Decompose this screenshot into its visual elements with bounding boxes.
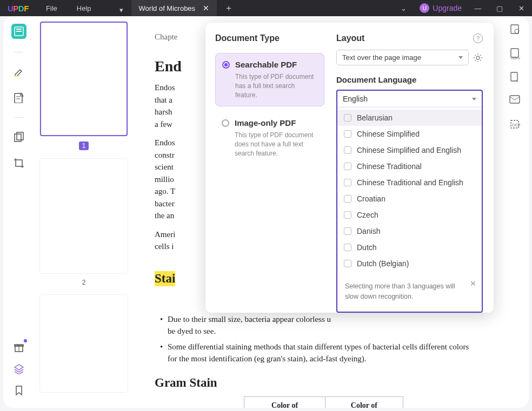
tab-add-button[interactable]: ＋: [217, 3, 241, 14]
tab-active[interactable]: World of Microbes ✕: [131, 0, 217, 16]
pages-tool-icon[interactable]: [12, 131, 25, 144]
upgrade-button[interactable]: U Upgrade: [414, 3, 467, 13]
tab-strip: ▾ World of Microbes ✕ ＋ ⌄: [112, 0, 415, 16]
svg-rect-2: [16, 31, 22, 32]
left-toolbar: [3, 16, 35, 408]
language-selected-value: English: [343, 95, 368, 103]
gear-icon[interactable]: [473, 53, 483, 63]
ocr-doc-type-section: Document Type Searchable PDF This type o…: [205, 23, 332, 313]
chevron-down-icon: [472, 98, 476, 100]
lang-chinese-traditional-english[interactable]: Chinese Traditional and English: [337, 174, 482, 191]
lang-chinese-traditional[interactable]: Chinese Traditional: [337, 158, 482, 174]
language-list[interactable]: Belarusian Chinese Simplified Chinese Si…: [337, 107, 482, 274]
help-icon[interactable]: ?: [473, 33, 483, 43]
checkbox-icon: [344, 244, 351, 251]
comment-tool-icon[interactable]: [12, 91, 25, 104]
gram-stain-table: Color ofGram + cells Color ofGram - cell…: [155, 396, 403, 408]
lang-belarusian[interactable]: Belarusian: [337, 110, 482, 126]
layout-select-value: Text over the page image: [342, 53, 421, 62]
svg-rect-1: [16, 29, 22, 30]
highlighter-icon[interactable]: [12, 65, 25, 78]
layout-select[interactable]: Text over the page image: [336, 50, 469, 65]
svg-text:OCR: OCR: [512, 123, 520, 127]
minimize-button[interactable]: ―: [467, 4, 489, 12]
heading-gram-stain: Gram Stain: [155, 376, 480, 390]
chevron-down-icon: [458, 56, 463, 59]
thumbnail-page-1-number: 1: [79, 142, 89, 150]
svg-rect-17: [510, 96, 520, 103]
language-note: ✕ Selecting more than 3 languages will s…: [337, 274, 482, 312]
close-button[interactable]: ✕: [510, 4, 532, 12]
checkbox-icon: [344, 163, 351, 170]
thumbnail-panel[interactable]: 1 2: [35, 16, 133, 408]
right-toolbar: PDF/A OCR: [502, 16, 529, 408]
checkbox-icon: [344, 146, 351, 154]
maximize-button[interactable]: ▢: [489, 4, 510, 12]
close-icon[interactable]: ✕: [470, 278, 476, 289]
window-controls: ― ▢ ✕: [467, 4, 532, 12]
lang-dutch[interactable]: Dutch: [337, 239, 482, 255]
radio-icon: [222, 119, 229, 127]
checkbox-icon: [344, 114, 351, 122]
titlebar: UPDF File Help ▾ World of Microbes ✕ ＋ ⌄…: [0, 0, 532, 16]
svg-rect-8: [17, 132, 23, 140]
bookmark-icon[interactable]: [12, 384, 25, 397]
lang-chinese-simplified-english[interactable]: Chinese Simplified and English: [337, 142, 482, 158]
tab-title: World of Microbes: [139, 4, 196, 12]
menu-file[interactable]: File: [36, 4, 67, 12]
thumbnail-page-2-number: 2: [82, 279, 86, 286]
checkbox-icon: [344, 195, 351, 203]
svg-rect-4: [15, 93, 22, 103]
checkbox-icon: [344, 130, 351, 138]
app-logo: UPDF: [0, 4, 36, 13]
lang-chinese-simplified[interactable]: Chinese Simplified: [337, 126, 482, 142]
doc-type-image-only[interactable]: Image-only PDF This type of PDF document…: [215, 112, 324, 164]
gift-icon[interactable]: [12, 341, 25, 354]
tab-dropdown-icon[interactable]: ⌄: [393, 4, 414, 12]
crop-tool-icon[interactable]: [12, 157, 25, 170]
svg-rect-14: [511, 49, 518, 57]
thumbnails-icon[interactable]: [11, 24, 26, 39]
checkbox-icon: [344, 211, 351, 219]
lang-dutch-belgian[interactable]: Dutch (Belgian): [337, 255, 482, 272]
svg-rect-7: [15, 134, 21, 142]
ocr-panel: Document Type Searchable PDF This type o…: [205, 23, 494, 313]
document-language-label: Document Language: [336, 75, 483, 84]
doc-type-image-only-title: Image-only PDF: [235, 118, 318, 127]
lang-danish[interactable]: Danish: [337, 223, 482, 239]
export-pdf-icon[interactable]: [509, 24, 521, 36]
doc-type-searchable-desc: This type of PDF document has a full tex…: [235, 72, 317, 99]
language-note-text: Selecting more than 3 languages will slo…: [345, 282, 455, 300]
checkbox-icon: [344, 179, 351, 186]
layout-label: Layout: [336, 33, 364, 43]
svg-text:PDF/A: PDF/A: [511, 57, 520, 59]
menu-bar: File Help: [36, 4, 101, 12]
thumbnail-page-3[interactable]: [40, 295, 128, 392]
layers-icon[interactable]: [12, 362, 25, 375]
mail-icon[interactable]: [509, 95, 521, 107]
bullet-1: Due to their small size, bacteria appear…: [160, 313, 480, 338]
language-dropdown: English Belarusian Chinese Simplified Ch…: [336, 90, 483, 313]
doc-type-title: Document Type: [215, 33, 324, 43]
radio-icon: [222, 61, 230, 69]
menu-help[interactable]: Help: [67, 4, 101, 12]
language-select-toggle[interactable]: English: [337, 91, 482, 107]
thumbnail-page-2[interactable]: [40, 159, 128, 273]
checkbox-icon: [344, 227, 351, 235]
doc-type-searchable-title: Searchable PDF: [235, 60, 317, 69]
ocr-settings-section: Layout ? Text over the page image Docume…: [332, 23, 494, 313]
doc-type-searchable[interactable]: Searchable PDF This type of PDF document…: [215, 53, 324, 106]
tab-strip-marker: ▾: [119, 6, 124, 10]
lang-croatian[interactable]: Croatian: [337, 191, 482, 207]
lang-czech[interactable]: Czech: [337, 207, 482, 223]
pdfa-icon[interactable]: PDF/A: [509, 48, 521, 59]
upgrade-badge-icon: U: [420, 3, 429, 13]
doc-type-image-only-desc: This type of PDF document does not have …: [235, 131, 318, 158]
tab-close-icon[interactable]: ✕: [203, 4, 209, 12]
page-extract-icon[interactable]: [509, 71, 521, 83]
ocr-icon[interactable]: OCR: [509, 119, 521, 131]
thumbnail-page-1[interactable]: [40, 22, 128, 136]
upgrade-label: Upgrade: [433, 4, 462, 12]
checkbox-icon: [344, 260, 351, 267]
svg-point-20: [476, 56, 480, 59]
